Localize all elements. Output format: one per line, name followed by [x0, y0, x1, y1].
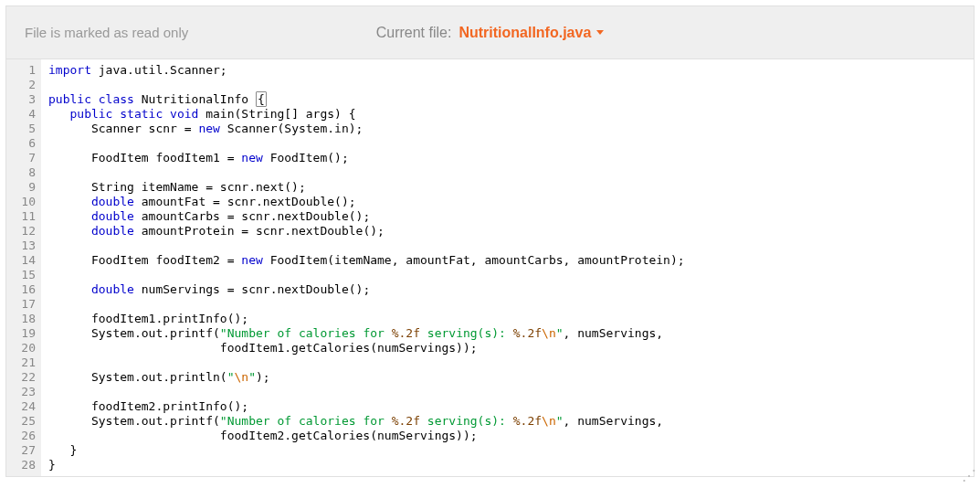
- code-line: public static void main(String[] args) {: [48, 107, 685, 122]
- line-number: 3: [6, 92, 36, 107]
- line-number: 25: [6, 414, 36, 429]
- line-number: 28: [6, 458, 36, 472]
- current-file-dropdown[interactable]: NutritionalInfo.java: [458, 25, 604, 41]
- code-line: [48, 355, 685, 370]
- code-line: String itemName = scnr.next();: [48, 180, 685, 195]
- line-number: 4: [6, 107, 36, 122]
- code-line: [48, 78, 685, 92]
- line-number: 13: [6, 239, 36, 253]
- code-line: System.out.printf("Number of calories fo…: [48, 414, 685, 429]
- line-number: 2: [6, 78, 36, 92]
- editor-container: File is marked as read only Current file…: [5, 5, 975, 477]
- code-line: double amountProtein = scnr.nextDouble()…: [48, 224, 685, 239]
- code-line: [48, 165, 685, 180]
- code-line: [48, 268, 685, 282]
- file-selector[interactable]: Current file: NutritionalInfo.java: [376, 25, 605, 41]
- line-number: 27: [6, 443, 36, 458]
- line-number: 15: [6, 268, 36, 282]
- code-line: }: [48, 458, 685, 472]
- line-number: 8: [6, 165, 36, 180]
- line-number: 20: [6, 341, 36, 355]
- line-number: 21: [6, 355, 36, 370]
- code-line: public class NutritionalInfo {: [48, 92, 685, 107]
- resize-handle-icon[interactable]: ⋰: [962, 467, 976, 484]
- line-number: 14: [6, 253, 36, 268]
- code-line: FoodItem foodItem2 = new FoodItem(itemNa…: [48, 253, 685, 268]
- line-number: 1: [6, 63, 36, 78]
- readonly-message: File is marked as read only: [25, 25, 188, 40]
- code-line: Scanner scnr = new Scanner(System.in);: [48, 122, 685, 136]
- code-line: }: [48, 443, 685, 458]
- code-line: [48, 385, 685, 399]
- line-number: 16: [6, 282, 36, 297]
- line-number: 5: [6, 122, 36, 136]
- code-editor: 1234567891011121314151617181920212223242…: [6, 59, 974, 476]
- line-gutter: 1234567891011121314151617181920212223242…: [6, 59, 41, 476]
- code-line: foodItem2.printInfo();: [48, 399, 685, 414]
- line-number: 6: [6, 136, 36, 151]
- line-number: 24: [6, 399, 36, 414]
- code-line: foodItem2.getCalories(numServings));: [48, 429, 685, 443]
- line-number: 22: [6, 370, 36, 385]
- current-file-name-text: NutritionalInfo.java: [458, 25, 591, 41]
- toolbar: File is marked as read only Current file…: [6, 6, 974, 59]
- line-number: 12: [6, 224, 36, 239]
- line-number: 10: [6, 195, 36, 209]
- line-number: 9: [6, 180, 36, 195]
- line-number: 7: [6, 151, 36, 165]
- chevron-down-icon: [596, 30, 604, 35]
- line-number: 18: [6, 312, 36, 326]
- code-line: System.out.printf("Number of calories fo…: [48, 326, 685, 341]
- code-line: [48, 239, 685, 253]
- code-line: double amountCarbs = scnr.nextDouble();: [48, 209, 685, 224]
- line-number: 19: [6, 326, 36, 341]
- line-number: 26: [6, 429, 36, 443]
- code-line: double numServings = scnr.nextDouble();: [48, 282, 685, 297]
- code-area[interactable]: import java.util.Scanner; public class N…: [41, 59, 692, 476]
- line-number: 23: [6, 385, 36, 399]
- code-line: foodItem1.printInfo();: [48, 312, 685, 326]
- line-number: 11: [6, 209, 36, 224]
- code-line: FoodItem foodItem1 = new FoodItem();: [48, 151, 685, 165]
- code-line: [48, 136, 685, 151]
- code-line: System.out.println("\n");: [48, 370, 685, 385]
- code-line: foodItem1.getCalories(numServings));: [48, 341, 685, 355]
- current-file-label: Current file:: [376, 25, 452, 41]
- code-line: [48, 297, 685, 312]
- code-line: double amountFat = scnr.nextDouble();: [48, 195, 685, 209]
- code-line: import java.util.Scanner;: [48, 63, 685, 78]
- line-number: 17: [6, 297, 36, 312]
